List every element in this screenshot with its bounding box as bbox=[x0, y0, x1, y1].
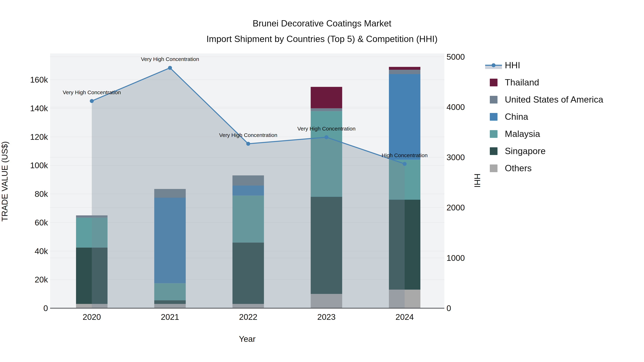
legend-swatch-china bbox=[490, 113, 498, 121]
legend-label: Thailand bbox=[505, 77, 539, 87]
legend-label: Singapore bbox=[505, 146, 546, 156]
legend-item-thailand[interactable]: Thailand bbox=[490, 77, 539, 87]
y-left-tick-label: 0 bbox=[43, 304, 48, 313]
bar-segment-united-states-of-america-2024[interactable] bbox=[389, 70, 420, 74]
legend-swatch-thailand bbox=[490, 79, 498, 86]
y-right-tick-label: 0 bbox=[446, 304, 451, 313]
legend-item-malaysia[interactable]: Malaysia bbox=[490, 129, 540, 139]
legend-label: Malaysia bbox=[505, 129, 540, 139]
hhi-annotation-2020: Very High Concentration bbox=[62, 89, 121, 95]
x-tick-label-2022: 2022 bbox=[239, 312, 257, 322]
hhi-marker-2022[interactable] bbox=[246, 142, 250, 146]
y-left-axis-title: TRADE VALUE (US$) bbox=[0, 141, 9, 222]
y-right-tick-label: 2000 bbox=[446, 203, 465, 212]
legend-item-hhi[interactable]: HHI bbox=[485, 60, 520, 70]
hhi-annotation-2024: High Concentration bbox=[382, 152, 428, 158]
hhi-annotation-2022: Very High Concentration bbox=[219, 132, 277, 138]
y-right-axis-title: HHI bbox=[472, 173, 482, 188]
legend-label: China bbox=[505, 112, 528, 122]
x-tick-label-2020: 2020 bbox=[83, 312, 101, 322]
bar-segment-china-2024[interactable] bbox=[389, 74, 420, 160]
legend-item-singapore[interactable]: Singapore bbox=[490, 146, 546, 156]
legend-item-china[interactable]: China bbox=[490, 112, 528, 122]
hhi-marker-2021[interactable] bbox=[168, 66, 172, 70]
legend-swatch-singapore bbox=[490, 147, 498, 155]
hhi-marker-2024[interactable] bbox=[403, 162, 406, 166]
legend-swatch-united-states-of-america bbox=[490, 96, 498, 103]
y-right-tick-label: 5000 bbox=[446, 52, 465, 61]
y-right-tick-label: 3000 bbox=[446, 153, 465, 162]
x-axis-title: Year bbox=[239, 334, 256, 344]
hhi-annotation-2023: Very High Concentration bbox=[297, 126, 356, 132]
y-left-tick-label: 20k bbox=[35, 275, 48, 284]
hhi-marker-2023[interactable] bbox=[324, 135, 328, 139]
legend-label: HHI bbox=[505, 60, 520, 70]
legend-item-united-states-of-america[interactable]: United States of America bbox=[490, 95, 603, 105]
x-tick-label-2024: 2024 bbox=[396, 312, 414, 322]
legend: HHIThailandUnited States of AmericaChina… bbox=[485, 60, 603, 173]
y-left-tick-label: 80k bbox=[35, 189, 48, 199]
y-left-tick-label: 160k bbox=[30, 75, 48, 84]
hhi-legend-marker-swatch bbox=[492, 63, 496, 67]
legend-swatch-others bbox=[490, 164, 498, 172]
bar-segment-thailand-2023[interactable] bbox=[311, 87, 342, 108]
chart-title-line-2: Import Shipment by Countries (Top 5) & C… bbox=[206, 34, 438, 44]
legend-swatch-malaysia bbox=[490, 130, 498, 138]
legend-item-others[interactable]: Others bbox=[490, 163, 532, 173]
chart-canvas: 020k40k60k80k100k120k140k160k01000200030… bbox=[0, 0, 644, 362]
bar-segment-thailand-2024[interactable] bbox=[389, 67, 420, 70]
y-left-tick-label: 120k bbox=[30, 132, 48, 142]
x-tick-label-2023: 2023 bbox=[317, 312, 336, 322]
y-left-tick-label: 140k bbox=[30, 104, 48, 113]
y-left-tick-label: 60k bbox=[35, 218, 48, 227]
bar-segment-united-states-of-america-2023[interactable] bbox=[311, 108, 342, 111]
hhi-annotation-2021: Very High Concentration bbox=[141, 56, 199, 62]
legend-label: Others bbox=[505, 163, 532, 173]
hhi-marker-2020[interactable] bbox=[90, 99, 94, 103]
legend-label: United States of America bbox=[505, 95, 603, 105]
chart-title-line-1: Brunei Decorative Coatings Market bbox=[252, 18, 391, 28]
y-right-tick-label: 1000 bbox=[446, 253, 465, 263]
figure-container: 020k40k60k80k100k120k140k160k01000200030… bbox=[0, 0, 644, 362]
y-left-tick-label: 40k bbox=[35, 247, 48, 256]
x-tick-label-2021: 2021 bbox=[161, 312, 179, 322]
y-right-tick-label: 4000 bbox=[446, 102, 465, 112]
y-left-tick-label: 100k bbox=[30, 161, 48, 170]
